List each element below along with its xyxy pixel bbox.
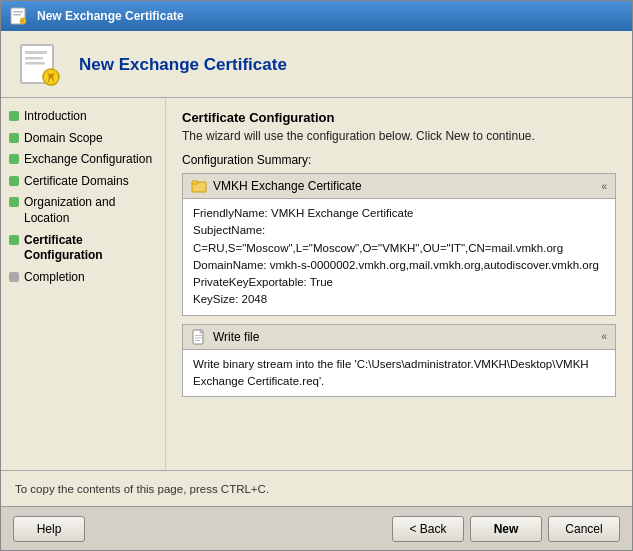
footer-bar: Help < Back New Cancel (1, 506, 632, 550)
panel1-line-5: PrivateKeyExportable: True (193, 274, 605, 291)
sidebar-dot-completion (9, 272, 19, 282)
panel1-body: FriendlyName: VMKH Exchange Certificate … (183, 199, 615, 315)
panel1-title: VMKH Exchange Certificate (213, 179, 362, 193)
config-panel-write-header-left: Write file (191, 329, 259, 345)
svg-rect-5 (25, 51, 47, 54)
svg-rect-2 (13, 14, 21, 16)
new-button[interactable]: New (470, 516, 542, 542)
sidebar-dot-org-location (9, 197, 19, 207)
main-window: New Exchange Certificate New Exchange Ce… (0, 0, 633, 551)
sidebar-item-exchange-config[interactable]: Exchange Configuration (1, 149, 165, 171)
panel1-line-3: C=RU,S="Moscow",L="Moscow",O="VMKH",OU="… (193, 240, 605, 257)
title-bar: New Exchange Certificate (1, 1, 632, 31)
panel2-body: Write binary stream into the file 'C:\Us… (183, 350, 615, 397)
sidebar-dot-introduction (9, 111, 19, 121)
panel1-line-1: FriendlyName: VMKH Exchange Certificate (193, 205, 605, 222)
section-subtitle: The wizard will use the configuration be… (182, 129, 616, 143)
title-text: New Exchange Certificate (37, 9, 184, 23)
sidebar-dot-exchange-config (9, 154, 19, 164)
hint-text: To copy the contents of this page, press… (15, 483, 269, 495)
sidebar-item-domain-scope[interactable]: Domain Scope (1, 128, 165, 150)
sidebar-item-org-location[interactable]: Organization and Location (1, 192, 165, 229)
panel1-icon (191, 178, 207, 194)
sidebar-dot-cert-domains (9, 176, 19, 186)
header-area: New Exchange Certificate (1, 31, 632, 98)
nav-buttons: < Back New Cancel (392, 516, 620, 542)
help-button[interactable]: Help (13, 516, 85, 542)
header-cert-icon (17, 41, 65, 89)
panel1-line-4: DomainName: vmkh-s-0000002.vmkh.org,mail… (193, 257, 605, 274)
section-title: Certificate Configuration (182, 110, 616, 125)
title-cert-icon (9, 6, 29, 26)
svg-rect-14 (195, 340, 200, 341)
svg-rect-7 (25, 62, 45, 65)
sidebar-item-completion[interactable]: Completion (1, 267, 165, 289)
sidebar-item-cert-config[interactable]: Certificate Configuration (1, 230, 165, 267)
sidebar-dot-domain-scope (9, 133, 19, 143)
content-area: Certificate Configuration The wizard wil… (166, 98, 632, 470)
config-panel-cert: VMKH Exchange Certificate « FriendlyName… (182, 173, 616, 316)
sidebar: Introduction Domain Scope Exchange Confi… (1, 98, 166, 470)
svg-rect-1 (13, 11, 23, 13)
panel1-collapse-btn[interactable]: « (601, 181, 607, 192)
main-content: Introduction Domain Scope Exchange Confi… (1, 98, 632, 470)
header-title: New Exchange Certificate (79, 55, 287, 75)
panel2-collapse-btn[interactable]: « (601, 331, 607, 342)
bottom-hint-bar: To copy the contents of this page, press… (1, 470, 632, 506)
config-panel-write: Write file « Write binary stream into th… (182, 324, 616, 398)
svg-rect-13 (195, 337, 202, 338)
panel2-icon (191, 329, 207, 345)
panel1-line-6: KeySize: 2048 (193, 291, 605, 308)
svg-rect-10 (192, 181, 198, 184)
panel2-line-1: Write binary stream into the file 'C:\Us… (193, 356, 605, 391)
sidebar-dot-cert-config (9, 235, 19, 245)
cancel-button[interactable]: Cancel (548, 516, 620, 542)
config-summary-label: Configuration Summary: (182, 153, 616, 167)
svg-rect-12 (195, 335, 202, 336)
back-button[interactable]: < Back (392, 516, 464, 542)
sidebar-item-cert-domains[interactable]: Certificate Domains (1, 171, 165, 193)
panel2-title: Write file (213, 330, 259, 344)
config-panel-cert-header-left: VMKH Exchange Certificate (191, 178, 362, 194)
sidebar-item-introduction[interactable]: Introduction (1, 106, 165, 128)
config-panel-write-header: Write file « (183, 325, 615, 350)
config-panel-cert-header: VMKH Exchange Certificate « (183, 174, 615, 199)
svg-rect-6 (25, 57, 43, 60)
panel1-line-2: SubjectName: (193, 222, 605, 239)
